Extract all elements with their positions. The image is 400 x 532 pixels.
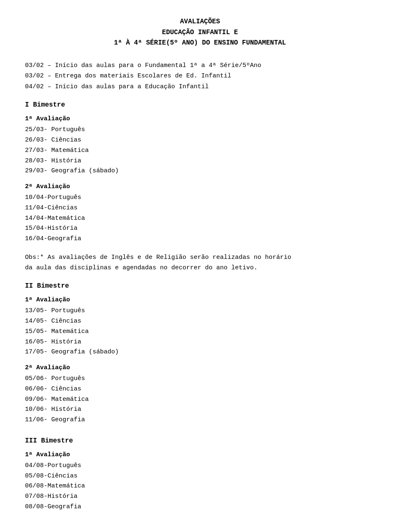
bimestre2-aval1-label: 1ª Avaliação	[25, 296, 375, 303]
intro-line1: 03/02 – Início das aulas para o Fundamen…	[25, 60, 375, 71]
obs-line1: Obs:* As avaliações de Inglês e de Relig…	[25, 253, 375, 263]
list-item: 04/08-Português	[25, 461, 375, 471]
list-item: 29/03- Geografia (sábado)	[25, 166, 375, 177]
intro-line2: 03/02 – Entrega dos materiais Escolares …	[25, 71, 375, 82]
list-item: 09/06- Matemática	[25, 395, 375, 405]
list-item: 06/06- Ciências	[25, 384, 375, 395]
page-title: AVALIAÇÕES EDUCAÇÃO INFANTIL E 1ª À 4ª S…	[25, 17, 375, 49]
list-item: 16/05- História	[25, 337, 375, 348]
list-item: 07/08-História	[25, 492, 375, 502]
list-item: 26/03- Ciências	[25, 135, 375, 146]
bimestre1-obs: Obs:* As avaliações de Inglês e de Relig…	[25, 253, 375, 273]
list-item: 15/05- Matemática	[25, 327, 375, 337]
list-item: 14/05- Ciências	[25, 316, 375, 327]
bimestre2-label: II Bimestre	[25, 282, 375, 290]
bimestre2-section: II Bimestre 1ª Avaliação 13/05- Portuguê…	[25, 282, 375, 425]
title-line1: AVALIAÇÕES	[25, 17, 375, 27]
bimestre1-section: I Bimestre 1ª Avaliação 25/03- Português…	[25, 101, 375, 273]
bimestre1-label: I Bimestre	[25, 101, 375, 109]
list-item: 13/05- Português	[25, 306, 375, 316]
list-item: 14/04-Matemática	[25, 214, 375, 224]
list-item: 15/04-História	[25, 224, 375, 234]
bimestre1-aval2-items: 10/04-Português 11/04-Ciências 14/04-Mat…	[25, 193, 375, 244]
bimestre1-aval1-items: 25/03- Português 26/03- Ciências 27/03- …	[25, 125, 375, 177]
list-item: 10/06- História	[25, 405, 375, 415]
bimestre1-aval2-label: 2ª Avaliação	[25, 183, 375, 190]
list-item: 05/06- Português	[25, 374, 375, 384]
bimestre2-aval1-items: 13/05- Português 14/05- Ciências 15/05- …	[25, 306, 375, 358]
list-item: 06/08-Matemática	[25, 481, 375, 492]
intro-line3: 04/02 – Início das aulas para a Educação…	[25, 82, 375, 92]
list-item: 05/08-Ciências	[25, 471, 375, 482]
list-item: 11/04-Ciências	[25, 203, 375, 214]
list-item: 16/04-Geografia	[25, 234, 375, 244]
obs-line2: da aula das disciplinas e agendadas no d…	[25, 263, 375, 273]
list-item: 25/03- Português	[25, 125, 375, 135]
list-item: 10/04-Português	[25, 193, 375, 203]
bimestre2-aval2-items: 05/06- Português 06/06- Ciências 09/06- …	[25, 374, 375, 425]
list-item: 28/03- História	[25, 156, 375, 167]
bimestre3-label: III Bimestre	[25, 437, 375, 445]
list-item: 08/08-Geografia	[25, 502, 375, 512]
bimestre1-aval1-label: 1ª Avaliação	[25, 115, 375, 122]
intro-block: 03/02 – Início das aulas para o Fundamen…	[25, 60, 375, 92]
bimestre2-aval2-label: 2ª Avaliação	[25, 364, 375, 371]
list-item: 11/06- Geografia	[25, 415, 375, 425]
title-line2: EDUCAÇÃO INFANTIL E	[25, 27, 375, 38]
bimestre3-aval1-label: 1ª Avaliação	[25, 451, 375, 458]
list-item: 27/03- Matemática	[25, 146, 375, 156]
bimestre3-aval1-items: 04/08-Português 05/08-Ciências 06/08-Mat…	[25, 461, 375, 512]
bimestre3-section: III Bimestre 1ª Avaliação 04/08-Portuguê…	[25, 437, 375, 512]
title-line3: 1ª À 4ª SÉRIE(5º Ano) DO ENSINO FUNDAMEN…	[25, 38, 375, 49]
list-item: 17/05- Geografia (sábado)	[25, 347, 375, 358]
